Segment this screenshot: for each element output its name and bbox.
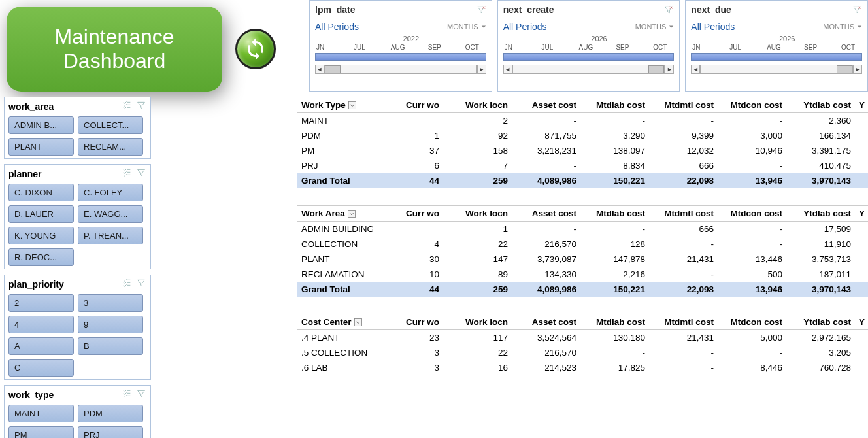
slicer-item[interactable]: PDM — [78, 405, 143, 422]
timeline-range-bar[interactable] — [315, 53, 486, 61]
pivot-column-header: Curr wo — [375, 97, 443, 113]
timeline-next_due[interactable]: next_due All Periods MONTHS 2026 JNJULAU… — [685, 0, 868, 92]
cell: 37 — [375, 143, 443, 158]
slicer-item[interactable]: A — [8, 337, 74, 355]
slicer-item[interactable]: C. DIXON — [8, 184, 74, 201]
cell: - — [718, 158, 786, 173]
cell: - — [580, 345, 649, 360]
scroll-left-icon[interactable]: ◄ — [503, 65, 512, 74]
timeline-scrollbar[interactable]: ◄ ► — [503, 65, 675, 74]
cell: 3 — [375, 360, 443, 375]
cell: 134,330 — [512, 267, 580, 282]
cell: 7 — [443, 158, 512, 173]
slicer-item[interactable]: D. LAUER — [8, 205, 74, 223]
slicer-item[interactable]: PRJ — [78, 426, 143, 438]
cell: 1 — [443, 222, 512, 237]
row-label: ADMIN BUILDING — [297, 222, 375, 237]
slicer-item[interactable]: K. YOUNG — [8, 227, 74, 244]
slicer-item[interactable]: PM — [8, 426, 74, 438]
pivot-column-header: Y — [855, 206, 868, 222]
cell: 2 — [443, 113, 512, 129]
multiselect-button[interactable] — [122, 100, 132, 112]
timeline-title: next_create — [503, 5, 554, 15]
cell: 130,180 — [580, 330, 649, 346]
timeline-next_create[interactable]: next_create All Periods MONTHS 2026 JNJU… — [497, 0, 680, 92]
slicer-item[interactable]: C — [8, 359, 74, 377]
scroll-right-icon[interactable]: ► — [665, 65, 674, 74]
filter-icon — [136, 278, 146, 288]
slicer-item[interactable]: RECLAM... — [78, 138, 143, 156]
scroll-left-icon[interactable]: ◄ — [691, 65, 700, 74]
timeline-grain[interactable]: MONTHS — [823, 23, 862, 31]
timeline-grain[interactable]: MONTHS — [635, 23, 675, 31]
slicer-item[interactable]: P. TREAN... — [78, 227, 143, 244]
slicer-title: planner — [8, 169, 42, 179]
multiselect-button[interactable] — [122, 278, 132, 290]
slicer-item[interactable]: MAINT — [8, 405, 74, 422]
timeline-periods[interactable]: All Periods — [503, 22, 547, 32]
cell: 500 — [718, 267, 786, 282]
cell: 2,972,165 — [786, 330, 855, 346]
slicer-item[interactable]: COLLECT... — [78, 116, 143, 134]
timeline-periods[interactable]: All Periods — [691, 22, 735, 32]
cell: 147,878 — [580, 252, 649, 267]
timeline-month-label: OCT — [465, 44, 485, 51]
refresh-icon[interactable] — [235, 29, 276, 69]
cell: 4 — [375, 237, 443, 252]
clear-filter-button[interactable] — [136, 278, 146, 290]
pivot-header[interactable]: Work Area — [301, 209, 345, 218]
row-label: RECLAMATION — [297, 267, 375, 282]
slicer-item[interactable]: E. WAGG... — [78, 205, 143, 223]
pivot-column-header: Mtdmtl cost — [649, 97, 718, 113]
cell — [855, 330, 868, 346]
cell: - — [512, 113, 580, 129]
timeline-range-bar[interactable] — [691, 53, 862, 61]
cell: 21,431 — [649, 252, 718, 267]
clear-filter-button[interactable] — [136, 388, 146, 401]
multiselect-button[interactable] — [122, 388, 132, 401]
scroll-thumb[interactable] — [837, 65, 852, 73]
timeline-month-label: JN — [505, 44, 524, 51]
slicer-item[interactable]: ADMIN B... — [8, 116, 74, 134]
timeline-scrollbar[interactable]: ◄ ► — [315, 65, 486, 74]
timeline-scrollbar[interactable]: ◄ ► — [691, 65, 862, 74]
slicer-item[interactable]: B — [78, 337, 143, 355]
pivot-header[interactable]: Work Type — [301, 100, 346, 110]
multiselect-button[interactable] — [122, 167, 132, 180]
pivot-column-header: Asset cost — [512, 97, 580, 113]
timeline-grain[interactable]: MONTHS — [447, 23, 486, 31]
scroll-thumb[interactable] — [325, 65, 341, 73]
timeline-range-bar[interactable] — [503, 53, 675, 61]
slicer-planner: planner C. DIXONC. FOLEYD. LAUERE. WAGG.… — [4, 164, 151, 269]
slicer-item[interactable]: 4 — [8, 316, 74, 333]
pivot-column-header: Asset cost — [512, 314, 580, 330]
timeline-periods[interactable]: All Periods — [315, 22, 359, 32]
timeline-lpm_date[interactable]: lpm_date All Periods MONTHS 2022 JNJULAU… — [309, 0, 492, 92]
cell — [855, 237, 868, 252]
timeline-month-label: JN — [692, 44, 712, 51]
cell — [855, 252, 868, 267]
scroll-right-icon[interactable]: ► — [477, 65, 486, 74]
slicer-item[interactable]: 3 — [78, 294, 143, 312]
slicer-item[interactable]: C. FOLEY — [78, 184, 143, 201]
scroll-left-icon[interactable]: ◄ — [315, 65, 324, 74]
pivot-column-header: Mtdcon cost — [718, 314, 786, 330]
cell: 10 — [375, 267, 443, 282]
cell: 666 — [649, 222, 718, 237]
clear-filter-button[interactable] — [136, 167, 146, 180]
cell — [855, 128, 868, 143]
pivot-header[interactable]: Cost Center — [301, 317, 352, 327]
grand-total-row: Grand Total442594,089,986150,22122,09813… — [297, 282, 868, 297]
scroll-right-icon[interactable]: ► — [853, 65, 862, 74]
table-row: PDM192871,7553,2909,3993,000166,134 — [297, 128, 868, 143]
slicer-item[interactable]: 9 — [78, 316, 143, 333]
slicer-item[interactable]: 2 — [8, 294, 74, 312]
cell — [855, 222, 868, 237]
slicer-item[interactable]: PLANT — [8, 138, 74, 156]
cell: 6 — [375, 158, 443, 173]
scroll-thumb[interactable] — [648, 65, 664, 73]
row-label: .5 COLLECTION — [297, 345, 375, 360]
clear-filter-button[interactable] — [136, 100, 146, 112]
clear-filter-icon — [852, 5, 862, 15]
slicer-item[interactable]: R. DEOC... — [8, 248, 74, 266]
